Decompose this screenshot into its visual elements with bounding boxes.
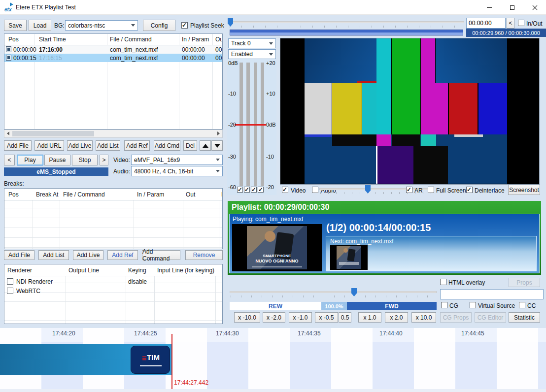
table-row[interactable]: 00:00:00 17:16:00 com_tim_next.mxf 00:00…	[4, 45, 223, 54]
inout-checkbox[interactable]	[518, 20, 524, 26]
playlist-hscrollbar[interactable]	[4, 130, 223, 138]
track-status-select[interactable]: Enabled	[228, 49, 276, 59]
speed-2-button[interactable]: x 2.0	[385, 312, 408, 323]
config-button[interactable]: Config	[143, 20, 175, 31]
playlist-seek-checkbox[interactable]	[181, 22, 188, 29]
webrtc-checkbox[interactable]	[7, 288, 13, 294]
maximize-icon	[510, 5, 514, 10]
speed-10-button[interactable]: x 10.0	[411, 312, 436, 323]
fwd-zone[interactable]: FWD	[347, 302, 437, 310]
meter-channel-checkbox[interactable]	[258, 187, 264, 193]
html-overlay-label: HTML overlay	[448, 279, 485, 286]
cg-props-button[interactable]: CG Props	[440, 312, 472, 323]
add-file-button[interactable]: Add File	[4, 140, 32, 151]
speed-neg10-button[interactable]: x -10.0	[234, 312, 260, 323]
cc-checkbox[interactable]	[519, 302, 525, 308]
bg-select[interactable]: colorbars-ntsc	[65, 20, 138, 31]
meter-channel-checkbox[interactable]	[251, 187, 257, 193]
video-checkbox-label: Video	[291, 187, 306, 194]
virtual-source-checkbox[interactable]	[470, 302, 476, 308]
add-cmd-button[interactable]: Add Cmd	[154, 140, 180, 151]
cg-checkbox[interactable]	[441, 302, 447, 308]
audio-format-select[interactable]: 48000 Hz, 4 Ch, 16-bit	[131, 166, 223, 176]
timeline-cursor[interactable]	[171, 334, 172, 389]
minimize-button[interactable]	[478, 0, 501, 15]
audio-checkbox[interactable]	[312, 187, 318, 193]
speed-1-button[interactable]: x 1.0	[358, 312, 381, 323]
webrtc-label: WebRTC	[16, 288, 40, 294]
add-live-button[interactable]: Add Live	[67, 140, 93, 151]
video-checkbox[interactable]	[282, 187, 288, 193]
window-title: Etere ETX Playlist Test	[16, 4, 76, 11]
move-up-button[interactable]	[200, 140, 211, 151]
html-overlay-checkbox[interactable]	[440, 279, 446, 285]
breaks-add-list-button[interactable]: Add List	[38, 250, 69, 260]
breaks-table[interactable]: Pos Break At File / Command In / Param O…	[4, 188, 223, 249]
stop-button[interactable]: Stop	[72, 155, 98, 165]
video-format-label: Video:	[113, 157, 130, 163]
scrollbar-thumb[interactable]	[12, 131, 94, 136]
timeline-label: 17:44:35	[298, 330, 321, 337]
add-url-button[interactable]: Add URL	[34, 140, 64, 151]
play-button[interactable]: Play	[17, 155, 43, 165]
track-select[interactable]: Track 0	[228, 38, 276, 48]
overlay-text-input[interactable]	[440, 289, 544, 299]
load-button[interactable]: Load	[29, 20, 51, 31]
bg-label: BG:	[54, 22, 65, 29]
speed-neg05-button[interactable]: x -0.5	[315, 312, 338, 323]
seek-slider-track[interactable]	[230, 21, 464, 23]
breaks-remove-button[interactable]: Remove	[185, 250, 223, 260]
rew-zone[interactable]: REW	[230, 302, 321, 310]
close-button[interactable]	[523, 0, 546, 15]
move-down-button[interactable]	[211, 140, 223, 151]
seek-time-input[interactable]	[466, 18, 506, 29]
playlist-col-in: In / Param	[182, 36, 209, 43]
breaks-add-command-button[interactable]: Add Command	[142, 250, 180, 260]
timeline[interactable]: 17:44:20 17:44:25 17:44:30 17:44:35 17:4…	[0, 328, 546, 389]
scroll-left-icon[interactable]	[7, 131, 9, 135]
shuttle-slider-track[interactable]	[230, 291, 437, 293]
meter-channel-checkbox[interactable]	[237, 187, 243, 193]
breaks-add-live-button[interactable]: Add Live	[73, 250, 103, 260]
save-button[interactable]: Save	[4, 20, 27, 31]
statistic-button[interactable]: Statistic	[509, 312, 540, 323]
chevron-down-icon	[216, 159, 220, 161]
chevron-down-icon	[269, 42, 273, 45]
time-step-button[interactable]: <	[507, 18, 514, 29]
deinterlace-checkbox[interactable]	[466, 187, 473, 193]
video-format-select[interactable]: eMVF_PAL_16x9	[131, 155, 223, 165]
clip-icon	[6, 46, 11, 52]
speed-neg2-button[interactable]: x -2.0	[263, 312, 285, 323]
props-button[interactable]: Props	[509, 278, 540, 287]
renderer-col-name: Renderer	[7, 267, 32, 274]
scroll-right-icon[interactable]	[217, 131, 220, 135]
prev-button[interactable]: <	[4, 155, 15, 165]
breaks-add-ref-button[interactable]: Add Ref	[107, 250, 138, 260]
app-icon: etx	[4, 2, 14, 12]
next-button[interactable]: >	[100, 155, 108, 165]
cg-editor-button[interactable]: CG Editor	[475, 312, 506, 323]
timeline-clip[interactable]: ☰TIM	[0, 344, 172, 375]
pause-button[interactable]: Pause	[44, 155, 70, 165]
screenshot-button[interactable]: Screenshot	[508, 185, 540, 195]
ar-checkbox[interactable]	[406, 187, 412, 193]
maximize-button[interactable]	[501, 0, 523, 15]
seek-progress-bar[interactable]	[230, 30, 463, 35]
fullscreen-checkbox[interactable]	[428, 187, 434, 193]
speed-05-button[interactable]: 0.5	[339, 312, 351, 323]
playlist-table[interactable]: Pos Start Time File / Command In / Param…	[4, 33, 223, 130]
ndi-renderer-checkbox[interactable]	[7, 278, 13, 285]
meter-channel-checkbox[interactable]	[244, 187, 250, 193]
timeline-cursor-time: 17:44:27.442	[174, 379, 208, 386]
speed-neg1-button[interactable]: x -1.0	[289, 312, 312, 323]
cell-in: 00:00:00	[182, 46, 205, 53]
clip-thumbnail: ☰TIM	[131, 346, 170, 374]
renderer-table[interactable]: Renderer Output Line Keying Input Line (…	[4, 264, 223, 324]
add-ref-button[interactable]: Add Ref	[124, 140, 150, 151]
seek-slider-ticks	[230, 26, 464, 28]
add-list-button[interactable]: Add List	[96, 140, 120, 151]
breaks-add-file-button[interactable]: Add File	[4, 250, 34, 260]
del-button[interactable]: Del	[183, 140, 197, 151]
cell-out: 00:	[215, 55, 223, 62]
table-row-selected[interactable]: 00:00:15 17:16:15 com_tim_next.mxf 00:00…	[4, 54, 223, 62]
